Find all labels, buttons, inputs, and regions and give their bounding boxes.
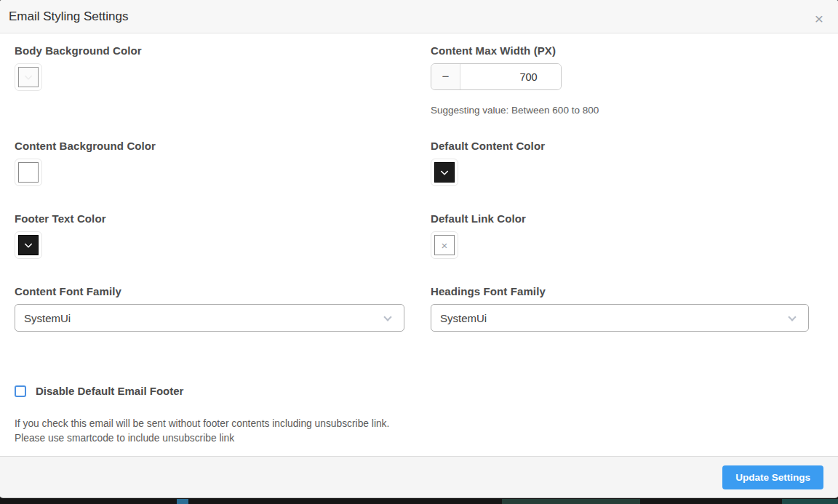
close-icon[interactable]: × xyxy=(815,11,823,26)
x-mark-icon: × xyxy=(442,239,448,252)
default-link-color-swatch: × xyxy=(434,235,455,255)
content-max-width-stepper: − + xyxy=(431,63,562,90)
modal-footer: Update Settings xyxy=(0,456,838,497)
disable-default-email-footer-row[interactable]: Disable Default Email Footer xyxy=(15,385,404,397)
background-page-fragment xyxy=(782,499,838,504)
content-max-width-label: Content Max Width (PX) xyxy=(431,44,809,57)
field-headings-font-family: Headings Font Family SystemUi xyxy=(431,285,809,357)
email-styling-settings-modal: Email Styling Settings × Body Background… xyxy=(0,0,838,497)
disable-footer-help-text: If you check this email will be sent wit… xyxy=(15,417,404,445)
content-max-width-hint: Suggesting value: Between 600 to 800 xyxy=(431,105,809,116)
footer-text-color-label: Footer Text Color xyxy=(15,212,404,225)
default-content-color-picker[interactable] xyxy=(431,159,458,186)
default-content-color-label: Default Content Color xyxy=(431,140,809,152)
field-default-content-color: Default Content Color xyxy=(431,140,809,212)
footer-text-color-swatch xyxy=(18,235,39,255)
modal-header: Email Styling Settings × xyxy=(0,0,838,33)
field-body-background-color: Body Background Color xyxy=(15,44,404,140)
content-font-family-label: Content Font Family xyxy=(15,285,404,297)
settings-grid: Body Background Color Content Max Width … xyxy=(15,44,809,445)
chevron-down-icon xyxy=(24,72,32,80)
update-settings-button[interactable]: Update Settings xyxy=(722,465,823,489)
chevron-down-icon xyxy=(383,313,391,321)
disable-default-email-footer-label[interactable]: Disable Default Email Footer xyxy=(36,385,183,397)
default-content-color-swatch xyxy=(434,162,455,183)
footer-text-color-picker[interactable] xyxy=(15,231,42,259)
chevron-down-icon xyxy=(440,167,448,175)
headings-font-family-select[interactable]: SystemUi xyxy=(431,304,809,332)
chevron-down-icon xyxy=(24,240,32,248)
modal-body: Body Background Color Content Max Width … xyxy=(0,33,838,456)
field-content-font-family: Content Font Family SystemUi xyxy=(15,285,404,357)
decrement-button[interactable]: − xyxy=(431,64,460,89)
content-background-color-swatch xyxy=(18,162,39,183)
default-link-color-label: Default Link Color xyxy=(431,212,809,225)
chevron-down-icon xyxy=(788,313,796,321)
field-content-background-color: Content Background Color xyxy=(15,140,404,212)
content-background-color-picker[interactable] xyxy=(15,159,42,186)
disable-default-email-footer-checkbox[interactable] xyxy=(15,385,26,397)
modal-title: Email Styling Settings xyxy=(9,9,128,24)
content-font-family-select[interactable]: SystemUi xyxy=(15,304,404,332)
content-font-family-value: SystemUi xyxy=(24,312,71,324)
headings-font-family-label: Headings Font Family xyxy=(431,285,809,297)
content-max-width-input[interactable] xyxy=(460,64,562,89)
headings-font-family-value: SystemUi xyxy=(440,312,487,324)
body-background-color-swatch xyxy=(18,67,39,87)
field-content-max-width: Content Max Width (PX) − + Suggesting va… xyxy=(431,44,809,140)
field-footer-text-color: Footer Text Color xyxy=(15,212,404,285)
body-background-color-label: Body Background Color xyxy=(15,44,404,57)
field-default-link-color: Default Link Color × xyxy=(431,212,809,285)
background-page-fragment xyxy=(502,499,640,504)
background-page-fragment xyxy=(177,499,188,504)
body-background-color-picker[interactable] xyxy=(15,63,42,91)
default-link-color-picker[interactable]: × xyxy=(431,231,458,259)
content-background-color-label: Content Background Color xyxy=(15,140,404,152)
